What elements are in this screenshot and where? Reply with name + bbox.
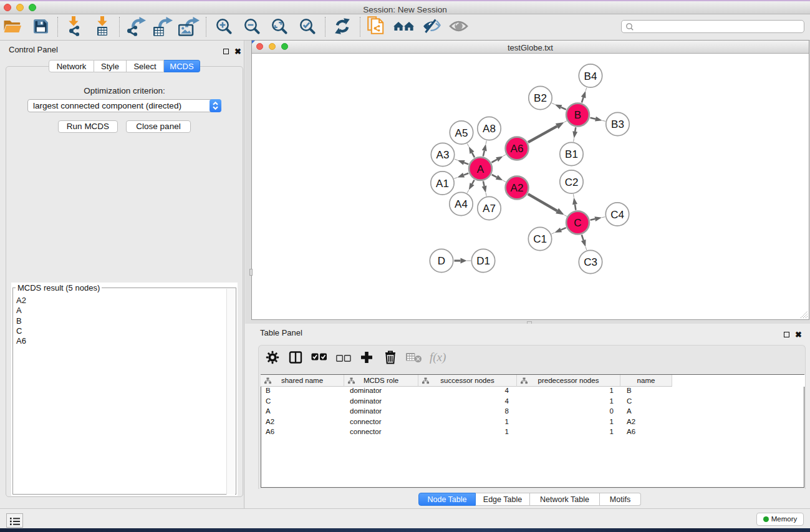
svg-text:C: C	[574, 217, 581, 229]
svg-text:A: A	[477, 163, 485, 175]
svg-text:C4: C4	[610, 209, 624, 221]
svg-text:C2: C2	[565, 177, 579, 188]
svg-text:B4: B4	[584, 70, 597, 82]
svg-text:D: D	[438, 255, 445, 267]
svg-text:A6: A6	[511, 143, 524, 155]
svg-text:C1: C1	[533, 233, 547, 245]
svg-text:A5: A5	[455, 127, 468, 139]
svg-text:A7: A7	[483, 203, 496, 215]
svg-text:A3: A3	[436, 149, 450, 161]
svg-text:A4: A4	[455, 198, 468, 210]
svg-text:A8: A8	[483, 123, 496, 135]
svg-text:B: B	[574, 109, 581, 121]
svg-text:A2: A2	[511, 182, 524, 194]
svg-text:B3: B3	[611, 118, 624, 130]
svg-text:D1: D1	[476, 255, 490, 267]
svg-text:A1: A1	[436, 178, 449, 190]
svg-text:C3: C3	[584, 256, 597, 268]
svg-text:B2: B2	[534, 92, 547, 104]
svg-text:B1: B1	[565, 148, 578, 160]
